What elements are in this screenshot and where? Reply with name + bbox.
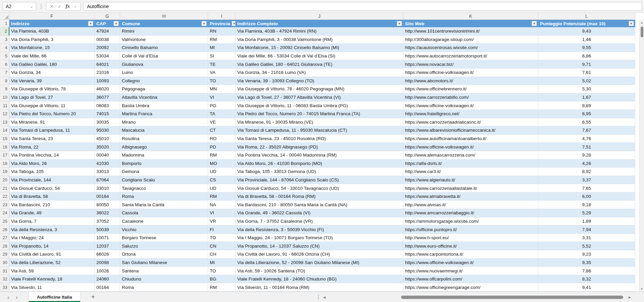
row-header-12[interactable]: 12 (0, 110, 9, 118)
row-header-13[interactable]: 13 (0, 118, 9, 127)
cell-G32[interactable]: 24060 (95, 275, 120, 284)
cell-F4[interactable]: Via Monfalcone, 15 (9, 44, 95, 52)
cell-H19[interactable]: Gemona (120, 168, 208, 176)
cell-G27[interactable]: 10071 (95, 234, 120, 242)
cell-K3[interactable]: http://300alloragarage.sitoup.com/ (403, 36, 538, 44)
cell-K24[interactable]: http://www.amcarrozzeriabaggio.it/ (403, 209, 538, 217)
cell-K16[interactable]: https://www.officine-volkswagen.it/ (403, 143, 538, 151)
chevron-down-icon[interactable]: ⌄ (74, 4, 77, 8)
cell-G6[interactable]: 64021 (95, 60, 120, 69)
header-cell-G[interactable]: CAP▼ (95, 20, 120, 27)
cell-K33[interactable]: https://www.officinegreengarage.com/ (403, 283, 538, 292)
cell-F14[interactable]: Via Tomasi di Lampedusa, 11 (9, 126, 95, 135)
cell-G17[interactable]: 00040 (95, 151, 120, 160)
cell-K22[interactable]: https://www.almabravetta.it/ (403, 192, 538, 201)
header-cell-L[interactable]: Punteggio Potenziale (max 10)▼ (538, 20, 635, 27)
cell-F7[interactable]: Via Gorizia, 34 (9, 69, 95, 77)
filter-button-K[interactable]: ▼ (532, 21, 537, 26)
cell-H14[interactable]: Mascalucia (120, 126, 208, 135)
cell-H31[interactable]: Santena (120, 267, 208, 275)
cell-F2[interactable]: Via Flaminia, 403B (9, 27, 95, 36)
column-header-H[interactable]: H (120, 13, 208, 19)
cell-I19[interactable]: UD (208, 168, 236, 176)
cell-H30[interactable]: San Giuliano Milanese (120, 259, 208, 267)
cell-L21[interactable]: 7,65 (538, 184, 635, 192)
horizontal-scrollbar[interactable] (331, 292, 626, 302)
cell-H23[interactable]: Santa Maria la Carità (120, 201, 208, 209)
row-header-31[interactable]: 31 (0, 267, 9, 275)
cell-G16[interactable]: 35020 (95, 143, 120, 151)
cell-L25[interactable]: 1,89 (538, 217, 635, 226)
cell-G5[interactable]: 53034 (95, 52, 120, 60)
cell-J32[interactable]: Viale Fratelli Kennedy, 18 - 24060 Chiud… (236, 275, 403, 284)
cell-I20[interactable]: CS (208, 176, 236, 184)
cell-H28[interactable]: Saluzzo (120, 242, 208, 250)
cell-F25[interactable]: Via Gorna, 7 (9, 217, 95, 226)
cell-I11[interactable]: PG (208, 101, 236, 110)
cell-H18[interactable]: Bomporto (120, 160, 208, 168)
header-cell-K[interactable]: Sito Web▼ (403, 20, 538, 27)
cell-J12[interactable]: Via Pietro del Tocco, Numero 20 - 74015 … (236, 110, 403, 118)
cell-F31[interactable]: Via Asti, 59 (9, 267, 95, 275)
cell-F19[interactable]: Via Taboga, 105 (9, 168, 95, 176)
cell-L6[interactable]: 9,71 (538, 60, 635, 69)
cell-J11[interactable]: Via Giuseppe di Vittorio, 11 - 06083 Bas… (236, 101, 403, 110)
row-header-27[interactable]: 27 (0, 234, 9, 242)
cell-I31[interactable]: TO (208, 267, 236, 275)
cell-H29[interactable]: Ortona (120, 250, 208, 259)
row-header-22[interactable]: 22 (0, 192, 9, 201)
cell-L17[interactable]: 9,28 (538, 151, 635, 160)
cell-K6[interactable]: https://www.novacar.biz/ (403, 60, 538, 69)
cell-I22[interactable]: RM (208, 192, 236, 201)
cell-F29[interactable]: Via Civiltà del Lavoro, 91 (9, 250, 95, 259)
cell-K27[interactable]: http://www.h-sport.eu/ (403, 234, 538, 242)
cell-I29[interactable]: CH (208, 250, 236, 259)
cell-I9[interactable]: MN (208, 85, 236, 93)
cell-J14[interactable]: Via Tomasi di Lampedusa, 11 - 95030 Masc… (236, 126, 403, 135)
cell-F6[interactable]: Via Galileo Galilei, 180 (9, 60, 95, 69)
vertical-scroll-thumb[interactable] (641, 27, 643, 37)
cell-K28[interactable]: http://www.euro-officine.it/ (403, 242, 538, 250)
cell-K15[interactable]: https://www.autofficinamantoanalberto.it… (403, 135, 538, 143)
cell-L9[interactable]: 5,30 (538, 85, 635, 93)
cell-I32[interactable]: BG (208, 275, 236, 284)
row-header-18[interactable]: 18 (0, 160, 9, 168)
column-header-K[interactable]: K (403, 13, 538, 19)
row-header-30[interactable]: 30 (0, 259, 9, 267)
vertical-scrollbar[interactable]: ▲ ▼ (639, 20, 644, 292)
cell-F11[interactable]: Via Giuseppe di Vittorio, 11 (9, 101, 95, 110)
cell-G29[interactable]: 66026 (95, 250, 120, 259)
cell-H3[interactable]: Valmontone (120, 36, 208, 44)
cell-L26[interactable]: 7,94 (538, 225, 635, 234)
cell-J21[interactable]: Via Giosuè Carducci, 54 - 33010 Tavagnac… (236, 184, 403, 192)
cell-G24[interactable]: 36022 (95, 209, 120, 217)
cell-H32[interactable]: Chiuduno (120, 275, 208, 284)
cell-F3[interactable]: Via Doria Pamphili, 3 (9, 36, 95, 44)
cell-F22[interactable]: Via di Bravetta, 58 (9, 192, 95, 201)
sheet-nav-left-icon[interactable]: ‹ (7, 294, 9, 300)
scroll-down-icon[interactable]: ▼ (640, 286, 644, 292)
cell-J23[interactable]: Via Bardascini, 210 - 80050 Santa Maria … (236, 201, 403, 209)
cell-K9[interactable]: https://www.officinebrennero.it/ (403, 85, 538, 93)
cell-G15[interactable]: 45010 (95, 135, 120, 143)
row-header-8[interactable]: 8 (0, 77, 9, 85)
cell-G30[interactable]: 20098 (95, 259, 120, 267)
cell-I4[interactable]: MI (208, 44, 236, 52)
cell-G33[interactable]: 00164 (95, 283, 120, 292)
cell-L18[interactable]: 4,26 (538, 160, 635, 168)
cell-G28[interactable]: 12037 (95, 242, 120, 250)
cell-J33[interactable]: Via Silvestri, 11 - 00164 Roma (RM) (236, 283, 403, 292)
cell-G9[interactable]: 46020 (95, 85, 120, 93)
cell-K18[interactable]: https://alfa-dsrls.it/ (403, 160, 538, 168)
cell-K30[interactable]: https://www.officine-volkswagen.it/ (403, 259, 538, 267)
cell-L5[interactable]: 6,86 (538, 52, 635, 60)
chevron-down-icon[interactable]: ⌄ (30, 4, 33, 8)
cell-G4[interactable]: 20092 (95, 44, 120, 52)
cell-J16[interactable]: Via Roma, 22 - 35020 Albignasego (PD) (236, 143, 403, 151)
cell-G2[interactable]: 47924 (95, 27, 120, 36)
cell-J4[interactable]: Via Monfalcone, 15 - 20092 Cinisello Bal… (236, 44, 403, 52)
cell-J13[interactable]: Via Miranese, 91 - 30035 Mirano (VE) (236, 118, 403, 127)
cell-I26[interactable]: FI (208, 225, 236, 234)
row-header-2[interactable]: 2 (0, 27, 9, 36)
row-header-7[interactable]: 7 (0, 69, 9, 77)
